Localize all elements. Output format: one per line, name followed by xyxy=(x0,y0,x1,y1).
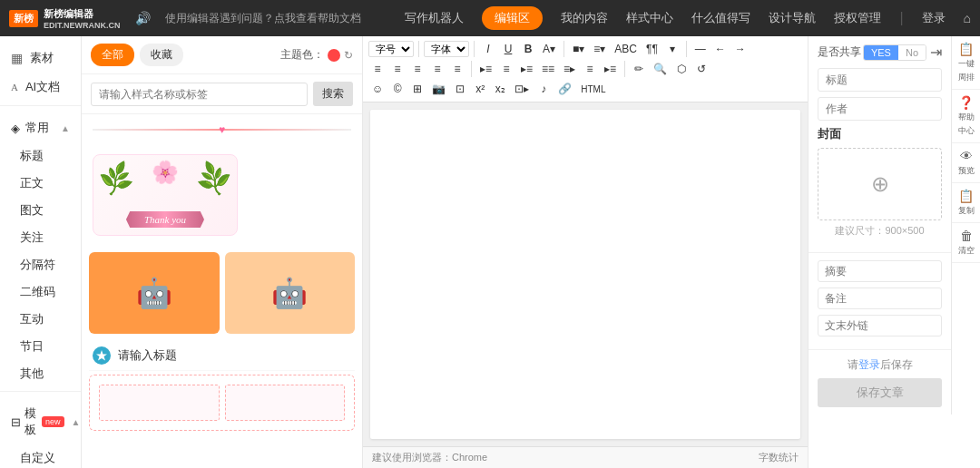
sidebar-sub-holiday[interactable]: 节日 xyxy=(0,333,81,360)
html-btn[interactable]: HTML xyxy=(577,83,609,96)
login-button[interactable]: 登录 xyxy=(922,10,946,26)
sidebar-sub-qrcode[interactable]: 二维码 xyxy=(0,278,81,306)
title-field[interactable] xyxy=(818,68,942,92)
align-center-btn[interactable]: ≡ xyxy=(388,61,407,77)
sidebar-item-ai-doc[interactable]: A AI文档 xyxy=(0,73,81,102)
superscript-btn[interactable]: x² xyxy=(471,81,489,97)
nav-design[interactable]: 设计导航 xyxy=(769,10,816,26)
video-btn[interactable]: ⊡▸ xyxy=(511,81,533,97)
save-hint-link[interactable]: 登录 xyxy=(858,358,880,371)
list-ul-btn[interactable]: ▸≡ xyxy=(476,61,495,77)
sidebar-item-material[interactable]: ▦ 素材 xyxy=(0,44,81,73)
summary-field[interactable] xyxy=(818,260,942,282)
side-icon-copy[interactable]: 📋 复制 xyxy=(952,183,980,223)
nav-auth[interactable]: 授权管理 xyxy=(834,10,881,26)
nav-style-center[interactable]: 样式中心 xyxy=(626,10,673,26)
font-family-select[interactable]: 字体 xyxy=(424,41,469,57)
logout-button[interactable]: ⇥ xyxy=(930,44,942,61)
template-item-icon xyxy=(93,346,111,365)
paragraph-btn[interactable]: ¶¶ xyxy=(642,41,662,57)
refresh-icon[interactable]: ↻ xyxy=(344,49,353,62)
middle-tabs: 全部 收藏 主题色： ↻ xyxy=(82,36,362,74)
side-icon-weekly[interactable]: 📋 一键 周排 xyxy=(952,36,980,90)
col-btn[interactable]: ▸≡ xyxy=(601,61,620,77)
link-btn[interactable]: 🔗 xyxy=(554,81,575,97)
highlight-btn[interactable]: ■▾ xyxy=(569,41,588,57)
search-button[interactable]: 搜索 xyxy=(313,82,353,106)
toggle-no[interactable]: No xyxy=(898,45,926,60)
font-size-select[interactable]: 字号 xyxy=(368,41,414,57)
outdent-btn[interactable]: ≡▸ xyxy=(560,61,579,77)
sidebar-sub-follow[interactable]: 关注 xyxy=(0,224,81,251)
sidebar-common-header[interactable]: ◈ 常用 ▲ xyxy=(0,113,81,142)
external-link-field[interactable] xyxy=(818,315,942,336)
side-icon-preview[interactable]: 👁 预览 xyxy=(952,143,980,183)
sidebar-sub-custom[interactable]: 自定义 xyxy=(0,444,81,468)
shape-btn[interactable]: ⬡ xyxy=(672,61,691,77)
table-btn[interactable]: ≡ xyxy=(581,61,599,77)
font-color-btn[interactable]: A▾ xyxy=(539,41,559,57)
zoom-btn[interactable]: 🔍 xyxy=(650,61,671,77)
image-btn[interactable]: 📷 xyxy=(428,81,449,97)
align-left-btn[interactable]: ≡ xyxy=(368,61,387,77)
save-button[interactable]: 保存文章 xyxy=(818,378,942,407)
template-item-dashed[interactable] xyxy=(89,375,355,431)
bold-btn[interactable]: B xyxy=(519,41,537,57)
audio-btn[interactable]: ♪ xyxy=(534,81,553,97)
clear-format-btn[interactable]: ↺ xyxy=(692,61,710,77)
indent-btn[interactable]: ≡▾ xyxy=(590,41,609,57)
help-icon: ❓ xyxy=(958,95,974,110)
tab-favorites[interactable]: 收藏 xyxy=(140,44,183,66)
sticker-card-2[interactable]: 🤖 xyxy=(225,252,356,334)
sidebar-sub-interactive[interactable]: 互动 xyxy=(0,306,81,333)
template-item-title[interactable]: 请输入标题 xyxy=(89,341,355,371)
divider-preview[interactable]: ♥ xyxy=(89,122,355,138)
paint-btn[interactable]: ✏ xyxy=(630,61,648,77)
strikethrough-btn[interactable]: ABC xyxy=(611,41,641,57)
more-btn[interactable]: ▾ xyxy=(663,41,681,57)
nav-editor[interactable]: 编辑区 xyxy=(482,6,543,30)
nav-worth-writing[interactable]: 什么值得写 xyxy=(691,10,750,26)
note-field[interactable] xyxy=(818,288,942,309)
underline-btn[interactable]: U xyxy=(499,41,517,57)
sidebar-sub-title[interactable]: 标题 xyxy=(0,142,81,170)
sidebar-template-header[interactable]: ⊟ 模板 new ▲ xyxy=(0,399,81,444)
table2-btn[interactable]: ⊞ xyxy=(408,81,426,97)
emoji-btn[interactable]: ☺ xyxy=(368,81,387,97)
redo-btn[interactable]: → xyxy=(731,41,750,57)
sidebar-sub-divider[interactable]: 分隔符 xyxy=(0,251,81,278)
sep2 xyxy=(474,41,475,57)
sidebar-label-common: 常用 xyxy=(25,120,49,136)
editor-canvas[interactable] xyxy=(370,110,800,439)
sticker-card-1[interactable]: 🤖 xyxy=(89,252,220,334)
search-input[interactable] xyxy=(91,83,308,106)
copyright-btn[interactable]: © xyxy=(388,81,407,97)
blockquote-btn[interactable]: ▸≡ xyxy=(517,61,536,77)
color-dot[interactable] xyxy=(328,49,340,62)
subscript-btn[interactable]: x₂ xyxy=(491,81,509,97)
nav-my-content[interactable]: 我的内容 xyxy=(561,10,608,26)
list-ol-btn[interactable]: ≡ xyxy=(497,61,515,77)
thank-you-card[interactable]: 🌿 🌿 🌸 Thank you xyxy=(89,145,355,245)
align-5-btn[interactable]: ≡ xyxy=(448,61,466,77)
embed-btn[interactable]: ⊡ xyxy=(451,81,469,97)
cover-upload[interactable]: ⊕ xyxy=(818,148,942,220)
author-field[interactable] xyxy=(818,97,942,121)
indent2-btn[interactable]: ≡≡ xyxy=(538,61,558,77)
dash-btn[interactable]: — xyxy=(691,41,710,57)
nav-writer-robot[interactable]: 写作机器人 xyxy=(405,10,464,26)
side-icon-clear[interactable]: 🗑 清空 xyxy=(952,223,980,263)
sidebar-sub-other[interactable]: 其他 xyxy=(0,360,81,387)
align-justify-btn[interactable]: ≡ xyxy=(428,61,446,77)
align-right-btn[interactable]: ≡ xyxy=(408,61,426,77)
home-icon[interactable]: ⌂ xyxy=(964,11,971,25)
template-title-label: 请输入标题 xyxy=(118,347,177,364)
sidebar-sub-figure[interactable]: 图文 xyxy=(0,197,81,224)
italic-btn[interactable]: I xyxy=(479,41,497,57)
word-count[interactable]: 字数统计 xyxy=(759,451,799,464)
tab-all[interactable]: 全部 xyxy=(91,44,134,66)
undo-btn[interactable]: ← xyxy=(711,41,730,57)
toggle-yes[interactable]: YES xyxy=(864,45,898,60)
side-icon-help[interactable]: ❓ 帮助 中心 xyxy=(952,90,980,143)
sidebar-sub-body[interactable]: 正文 xyxy=(0,170,81,197)
